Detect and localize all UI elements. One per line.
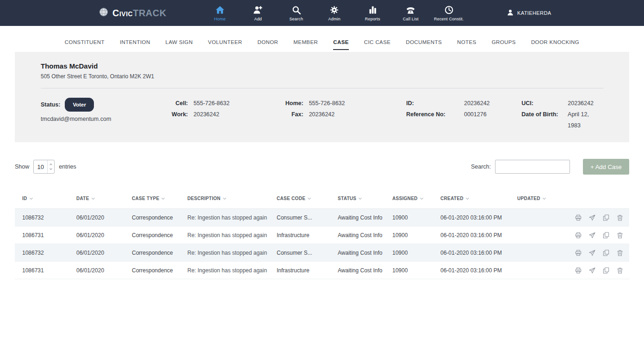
sort-chevron-icon bbox=[359, 196, 362, 199]
copy-icon[interactable] bbox=[602, 232, 610, 239]
copy-icon[interactable] bbox=[602, 267, 610, 274]
sort-chevron-icon bbox=[543, 196, 546, 199]
search-input[interactable] bbox=[495, 160, 570, 174]
sort-chevron-icon bbox=[30, 196, 33, 199]
nav-search[interactable]: Search bbox=[277, 0, 316, 26]
cell-label: Cell: bbox=[168, 98, 188, 109]
tab-law-sign[interactable]: LAW SIGN bbox=[166, 39, 193, 50]
reference-value: 0001276 bbox=[464, 109, 487, 120]
trash-icon[interactable] bbox=[616, 232, 624, 239]
header-updated[interactable]: UPDATED bbox=[510, 196, 562, 201]
cell-case-code: Consumer S... bbox=[269, 214, 330, 221]
phone-column: Cell:555-726-8632 Work:20236242 bbox=[168, 98, 284, 131]
id-label: ID: bbox=[406, 98, 464, 109]
nav-recent-constituents-label: Recent Constit. bbox=[434, 17, 464, 21]
printer-icon[interactable] bbox=[575, 249, 582, 257]
cell-assigned: 10900 bbox=[385, 267, 433, 274]
cell-case-type: Correspondence bbox=[124, 232, 180, 239]
gear-icon bbox=[329, 5, 339, 15]
header-id[interactable]: ID bbox=[15, 196, 69, 201]
phone-icon bbox=[406, 5, 415, 15]
nav-reports[interactable]: Reports bbox=[353, 0, 392, 26]
table-header-row: ID DATE CASE TYPE DESCRIPTION CASE CODE … bbox=[15, 188, 629, 209]
header-description[interactable]: DESCRIPTION bbox=[180, 196, 269, 201]
cell-created: 06-01-2020 03:16:00 PM bbox=[433, 214, 510, 221]
table-row[interactable]: 1086731 06/01/2020 Correspondence Re: In… bbox=[15, 262, 629, 279]
cell-status: Awaiting Cost Info bbox=[330, 267, 385, 274]
table-row[interactable]: 1086732 06/01/2020 Correspondence Re: In… bbox=[15, 244, 629, 262]
send-icon[interactable] bbox=[588, 214, 596, 221]
cell-id: 1086731 bbox=[15, 267, 69, 274]
cell-created: 06-01-2020 03:16:00 PM bbox=[433, 232, 510, 239]
header-assigned[interactable]: ASSIGNED bbox=[385, 196, 433, 201]
case-table: ID DATE CASE TYPE DESCRIPTION CASE CODE … bbox=[15, 188, 629, 279]
copy-icon[interactable] bbox=[602, 214, 610, 221]
nav-admin-label: Admin bbox=[328, 17, 341, 21]
header-status-label: STATUS bbox=[338, 196, 356, 201]
user-menu[interactable]: KATIEHERDA bbox=[507, 0, 551, 26]
section-tabbar: CONSTITUENT INTENTION LAW SIGN VOLUNTEER… bbox=[0, 26, 644, 50]
tab-documents[interactable]: DOCUMENTS bbox=[406, 39, 442, 50]
tab-member[interactable]: MEMBER bbox=[293, 39, 318, 50]
header-status[interactable]: STATUS bbox=[330, 196, 385, 201]
nav-call-list[interactable]: Call List bbox=[392, 0, 430, 26]
table-row[interactable]: 1086732 06/01/2020 Correspondence Re: In… bbox=[15, 209, 629, 226]
brand-text: CivicTRACK bbox=[112, 8, 167, 19]
civictrack-logo[interactable]: CivicTRACK bbox=[99, 0, 167, 26]
header-case-type[interactable]: CASE TYPE bbox=[124, 196, 180, 201]
header-date[interactable]: DATE bbox=[69, 196, 124, 201]
send-icon[interactable] bbox=[588, 249, 596, 257]
tab-volunteer[interactable]: VOLUNTEER bbox=[208, 39, 242, 50]
add-case-button[interactable]: + Add Case bbox=[583, 159, 629, 175]
nav-recent-constituents[interactable]: Recent Constit. bbox=[430, 0, 468, 26]
printer-icon[interactable] bbox=[575, 267, 582, 274]
cell-status: Awaiting Cost Info bbox=[330, 232, 385, 239]
search-label: Search: bbox=[471, 163, 491, 170]
send-icon[interactable] bbox=[588, 267, 596, 274]
uci-column: UCI:20236242 Date of Birth:April 12, 198… bbox=[521, 98, 603, 131]
tab-groups[interactable]: GROUPS bbox=[492, 39, 516, 50]
header-date-label: DATE bbox=[76, 196, 89, 201]
cell-case-type: Correspondence bbox=[124, 267, 180, 274]
globe-icon bbox=[99, 7, 109, 19]
table-row[interactable]: 1086731 06/01/2020 Correspondence Re: In… bbox=[15, 226, 629, 244]
trash-icon[interactable] bbox=[616, 249, 624, 257]
cell-created: 06-01-2020 03:16:00 PM bbox=[433, 267, 510, 274]
nav-add[interactable]: Add bbox=[239, 0, 278, 26]
tab-door-knocking[interactable]: DOOR KNOCKING bbox=[531, 39, 579, 50]
nav-admin[interactable]: Admin bbox=[316, 0, 354, 26]
chevron-up-icon bbox=[50, 163, 52, 166]
cell-description: Re: Ingestion has stopped again bbox=[180, 232, 269, 239]
printer-icon[interactable] bbox=[575, 214, 582, 221]
nav-reports-label: Reports bbox=[365, 17, 380, 21]
trash-icon[interactable] bbox=[616, 214, 624, 221]
trash-icon[interactable] bbox=[616, 267, 624, 274]
entries-label: entries bbox=[59, 163, 76, 170]
table-controls: Show 10 entries Search: + Add Case bbox=[15, 159, 629, 175]
header-case-code[interactable]: CASE CODE bbox=[269, 196, 330, 201]
constituent-address: 505 Other Street E Toronto, Ontario M2K … bbox=[41, 73, 603, 80]
printer-icon[interactable] bbox=[575, 232, 582, 239]
copy-icon[interactable] bbox=[602, 249, 610, 257]
tab-donor[interactable]: DONOR bbox=[258, 39, 279, 50]
row-actions bbox=[562, 267, 629, 274]
cell-date: 06/01/2020 bbox=[69, 250, 124, 256]
entries-spinner[interactable]: 10 bbox=[33, 160, 55, 174]
tab-intention[interactable]: INTENTION bbox=[120, 39, 150, 50]
spinner-arrows[interactable] bbox=[47, 160, 54, 173]
cell-case-code: Infrastructure bbox=[269, 267, 330, 274]
cell-value: 555-726-8632 bbox=[193, 98, 229, 109]
constituent-details: Status: Voter tmcdavid@momentum.com Cell… bbox=[15, 88, 629, 142]
nav-call-list-label: Call List bbox=[403, 17, 419, 21]
cell-description: Re: Ingestion has stopped again bbox=[180, 267, 269, 274]
chevron-down-icon bbox=[50, 167, 52, 170]
send-icon[interactable] bbox=[588, 232, 596, 239]
nav-home[interactable]: Home bbox=[201, 0, 239, 26]
tab-cic-case[interactable]: CIC CASE bbox=[364, 39, 391, 50]
tab-notes[interactable]: NOTES bbox=[457, 39, 477, 50]
top-navbar: CivicTRACK Home Add Search bbox=[0, 0, 644, 26]
tab-constituent[interactable]: CONSTITUENT bbox=[65, 39, 105, 50]
header-created[interactable]: CREATED bbox=[433, 196, 510, 201]
cell-date: 06/01/2020 bbox=[69, 214, 124, 221]
tab-case[interactable]: CASE bbox=[333, 39, 349, 50]
